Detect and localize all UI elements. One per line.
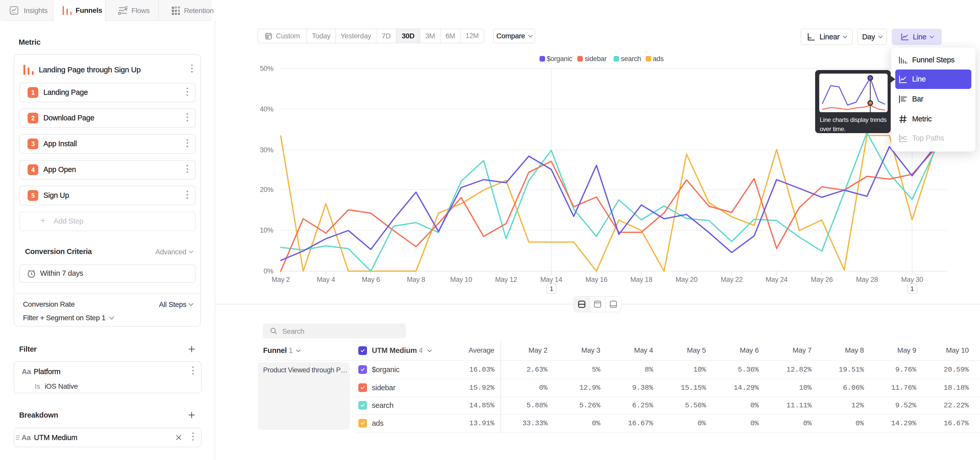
- svg-text:May 16: May 16: [585, 276, 608, 283]
- svg-text:May 26: May 26: [811, 276, 833, 283]
- svg-text:May 30: May 30: [901, 276, 923, 283]
- svg-text:May 18: May 18: [630, 276, 652, 283]
- svg-text:May 6: May 6: [362, 276, 380, 283]
- svg-text:May 8: May 8: [407, 276, 425, 283]
- svg-text:1: 1: [550, 285, 553, 292]
- svg-text:40%: 40%: [260, 105, 273, 113]
- svg-text:May 12: May 12: [495, 276, 517, 283]
- svg-text:10%: 10%: [260, 227, 273, 234]
- svg-text:May 4: May 4: [317, 276, 335, 283]
- svg-text:1: 1: [910, 285, 914, 292]
- svg-text:May 14: May 14: [540, 276, 563, 283]
- svg-text:30%: 30%: [260, 146, 273, 154]
- svg-text:50%: 50%: [260, 65, 273, 72]
- svg-text:20%: 20%: [260, 186, 273, 193]
- svg-text:0%: 0%: [264, 267, 274, 275]
- svg-text:May 2: May 2: [272, 276, 290, 283]
- svg-text:May 22: May 22: [721, 276, 743, 283]
- svg-text:May 20: May 20: [676, 276, 697, 283]
- svg-text:May 10: May 10: [450, 276, 472, 283]
- svg-text:May 24: May 24: [765, 276, 788, 283]
- svg-text:May 28: May 28: [856, 276, 878, 283]
